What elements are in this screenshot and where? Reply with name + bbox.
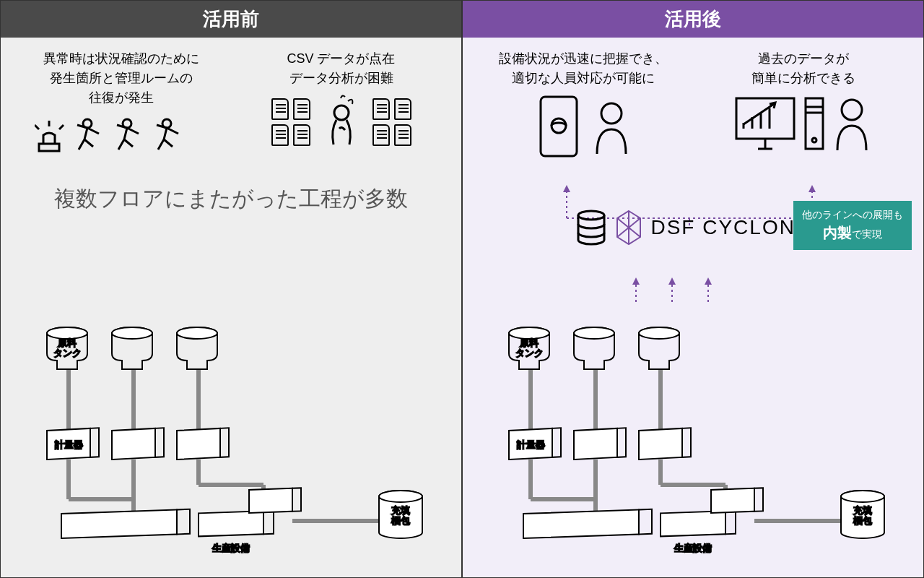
- flow-arrows-from-factory: [614, 276, 759, 305]
- before-summary: 複数フロアにまたがった工程が多数: [18, 184, 444, 214]
- svg-point-52: [812, 138, 816, 142]
- svg-text:充填梱包: 充填梱包: [853, 505, 872, 526]
- svg-rect-96: [711, 488, 754, 513]
- svg-point-45: [601, 103, 622, 124]
- svg-point-23: [112, 327, 152, 339]
- person-icon: [590, 98, 633, 155]
- svg-point-7: [334, 105, 349, 120]
- before-problem-1: 異常時は状況確認のために 発生箇所と管理ルームの 往復が発生: [18, 49, 224, 164]
- svg-rect-34: [177, 509, 190, 535]
- after-benefit-1: 設備状況が迅速に把握でき、 適切な人員対応が可能に: [480, 49, 686, 159]
- svg-point-100: [841, 491, 884, 502]
- smartphone-icon: [533, 94, 584, 159]
- svg-rect-37: [249, 488, 292, 513]
- svg-rect-86: [552, 428, 561, 457]
- factory-diagram-right: 原料タンク 計量器 生産設備: [480, 319, 907, 571]
- pc-tower-icon: [804, 94, 824, 152]
- svg-text:計量器: 計量器: [517, 439, 545, 450]
- svg-rect-94: [661, 511, 725, 536]
- svg-rect-36: [263, 511, 274, 534]
- svg-point-44: [552, 118, 566, 133]
- before-panel: 活用前 異常時は状況確認のために 発生箇所と管理ルームの 往復が発生: [0, 0, 462, 578]
- svg-rect-97: [754, 488, 763, 511]
- callout-badge: 他のラインへの展開も 内製で実現: [793, 201, 912, 250]
- svg-text:計量器: 計量器: [55, 439, 83, 450]
- monitor-chart-icon: [733, 94, 798, 152]
- svg-rect-33: [61, 509, 177, 538]
- svg-rect-90: [639, 428, 682, 460]
- svg-marker-62: [632, 277, 640, 285]
- svg-rect-46: [736, 98, 794, 139]
- svg-rect-30: [155, 428, 164, 457]
- svg-rect-95: [725, 511, 736, 534]
- svg-text:生産設備: 生産設備: [212, 543, 250, 553]
- before-header: 活用前: [1, 1, 461, 38]
- svg-rect-91: [682, 428, 691, 457]
- confused-person-icon: [323, 94, 359, 150]
- svg-rect-35: [199, 511, 263, 536]
- svg-line-3: [59, 125, 64, 129]
- product-name: DSF CYCLONE: [650, 216, 810, 239]
- svg-rect-92: [523, 509, 639, 538]
- svg-marker-58: [808, 185, 816, 192]
- svg-point-25: [177, 327, 217, 339]
- documents-icon: [270, 97, 312, 147]
- after-panel: 活用後 設備状況が迅速に把握でき、 適切な人員対応が可能に 過去のデータが: [462, 0, 924, 578]
- database-icon: [575, 210, 607, 246]
- after-header: 活用後: [463, 1, 923, 38]
- product-row: DSF CYCLONE 他のラインへの展開も 内製で実現: [480, 210, 906, 246]
- running-icon: [35, 113, 208, 164]
- svg-rect-89: [617, 428, 626, 457]
- svg-rect-32: [220, 428, 229, 457]
- svg-rect-43: [541, 97, 577, 156]
- svg-point-60: [578, 211, 604, 220]
- svg-marker-55: [563, 185, 570, 192]
- documents-icon: [371, 97, 413, 147]
- svg-point-84: [639, 327, 679, 339]
- factory-diagram-left: 原料タンク 計量器 生産設備: [18, 319, 445, 571]
- svg-rect-88: [574, 428, 617, 460]
- svg-rect-27: [90, 428, 99, 457]
- svg-rect-93: [639, 509, 652, 535]
- svg-rect-0: [39, 144, 59, 151]
- svg-line-2: [35, 125, 39, 129]
- svg-point-41: [379, 491, 422, 502]
- svg-marker-64: [668, 277, 676, 285]
- svg-text:充填梱包: 充填梱包: [391, 505, 410, 526]
- person-icon: [830, 94, 873, 152]
- svg-rect-29: [112, 428, 155, 460]
- svg-point-82: [574, 327, 614, 339]
- svg-point-53: [842, 100, 862, 120]
- svg-marker-66: [705, 277, 712, 285]
- svg-text:生産設備: 生産設備: [674, 543, 712, 553]
- before-problem-2: CSV データが点在 データ分析が困難: [238, 49, 444, 164]
- svg-rect-38: [292, 488, 301, 511]
- cyclone-logo-icon: [614, 210, 643, 246]
- after-benefit-2: 過去のデータが 簡単に分析できる: [700, 49, 906, 159]
- svg-rect-31: [177, 428, 220, 460]
